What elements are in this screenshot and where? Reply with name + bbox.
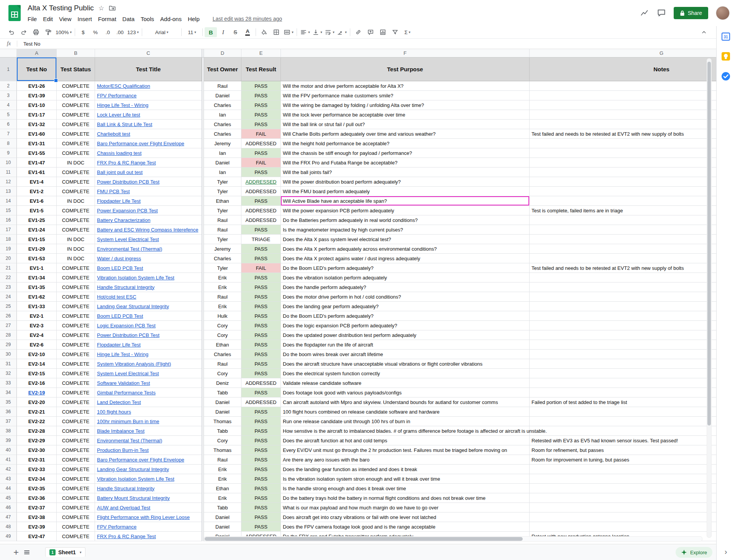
cell-test-status[interactable]: COMPLETE: [57, 292, 95, 302]
cell-test-status[interactable]: COMPLETE: [57, 206, 95, 215]
cell-test-purpose[interactable]: Will the motor and drive perform accepta…: [281, 81, 530, 91]
cell-test-result[interactable]: PASS: [241, 254, 281, 263]
star-icon[interactable]: ☆: [98, 4, 104, 12]
cell-test-title-link[interactable]: Power Expansion PCB Test: [95, 206, 202, 215]
cell-test-title-link[interactable]: Chassis loading test: [95, 148, 202, 158]
cell-test-no[interactable]: EV2-6: [17, 340, 57, 350]
cell-notes[interactable]: Test failed and needs to be retested at …: [530, 263, 716, 273]
cell-test-owner[interactable]: Tyler: [204, 187, 241, 196]
row-number[interactable]: 33: [0, 378, 17, 388]
cell-test-purpose[interactable]: Does the Alta X protect agains water / d…: [281, 254, 530, 263]
cell-test-title-link[interactable]: Hinge Life Test - Wiring: [95, 100, 202, 110]
row-number[interactable]: 40: [0, 445, 17, 455]
cell-test-result[interactable]: PASS: [241, 100, 281, 110]
header-test-purpose[interactable]: Test Purpose: [281, 57, 530, 81]
keep-icon[interactable]: [721, 51, 731, 61]
insert-comment-button[interactable]: [364, 27, 377, 37]
cell-test-result[interactable]: PASS: [241, 302, 281, 311]
cell-test-status[interactable]: IN DOC: [57, 158, 95, 168]
cell-test-status[interactable]: COMPLETE: [57, 465, 95, 474]
cell-test-result[interactable]: FAIL: [241, 129, 281, 139]
menu-file[interactable]: File: [25, 15, 40, 23]
cell-notes[interactable]: [530, 215, 716, 225]
cell-test-no[interactable]: EV1-17: [17, 110, 57, 120]
cell-test-title-link[interactable]: Hinge Life Test - Wiring: [95, 350, 202, 359]
cell-notes[interactable]: [530, 254, 716, 263]
cell-test-purpose[interactable]: Does the updated power distribution test…: [281, 330, 530, 340]
row-number[interactable]: 37: [0, 417, 17, 426]
all-sheets-button[interactable]: [21, 547, 32, 558]
cell-test-title-link[interactable]: Battery and ESC Wiring Compass Interefen…: [95, 225, 202, 235]
cell-test-no[interactable]: EV2-35: [17, 484, 57, 493]
cell-notes[interactable]: [530, 148, 716, 158]
row-number[interactable]: 13: [0, 187, 17, 196]
cell-test-title-link[interactable]: Motor/ESC Qualification: [95, 81, 202, 91]
sheet-tab-active[interactable]: 1 Sheet1 ▾: [45, 547, 85, 557]
row-number[interactable]: 39: [0, 436, 17, 445]
cell-test-status[interactable]: COMPLETE: [57, 282, 95, 292]
cell-test-result[interactable]: PASS: [241, 484, 281, 493]
cell-test-no[interactable]: EV2-30: [17, 445, 57, 455]
cell-test-no[interactable]: EV1-1: [17, 263, 57, 273]
filter-button[interactable]: [389, 27, 401, 37]
cell-test-title-link[interactable]: Landing Gear Structural Integrity: [95, 302, 202, 311]
cell-test-title-link[interactable]: FRX Pro & RC Range Test: [95, 158, 202, 168]
cell-test-no[interactable]: EV1-61: [17, 168, 57, 177]
horizontal-scrollbar-thumb[interactable]: [205, 537, 523, 541]
row-number[interactable]: 2: [0, 81, 17, 91]
cell-test-owner[interactable]: Jeremy: [204, 139, 241, 148]
row-number[interactable]: 7: [0, 129, 17, 139]
cell-a1-selected[interactable]: Test No: [17, 57, 57, 81]
cell-test-result[interactable]: PASS: [241, 359, 281, 369]
cell-test-owner[interactable]: Daniel: [204, 522, 241, 532]
cell-test-purpose[interactable]: 100 flight hours combined on release can…: [281, 407, 530, 417]
row-number[interactable]: 5: [0, 110, 17, 120]
cell-test-result[interactable]: PASS: [241, 350, 281, 359]
more-formats-button[interactable]: 123▾: [126, 27, 140, 37]
cell-test-title-link[interactable]: Landing Gear Structural Integrity: [95, 465, 202, 474]
cell-test-no[interactable]: EV1-26: [17, 81, 57, 91]
cell-test-owner[interactable]: Charles: [204, 350, 241, 359]
cell-test-result[interactable]: PASS: [241, 522, 281, 532]
strikethrough-button[interactable]: S: [229, 27, 241, 37]
column-header-d[interactable]: D: [204, 49, 241, 57]
cell-test-no[interactable]: EV1-53: [17, 254, 57, 263]
cell-test-status[interactable]: COMPLETE: [57, 417, 95, 426]
cell-test-result[interactable]: PASS: [241, 465, 281, 474]
menu-insert[interactable]: Insert: [74, 15, 95, 23]
cell-test-purpose[interactable]: Is the handle strong enough and does it …: [281, 484, 530, 493]
cell-test-purpose[interactable]: Does the Alta X perform adequately acros…: [281, 244, 530, 254]
cell-test-result[interactable]: PASS: [241, 512, 281, 522]
cell-test-result[interactable]: PASS: [241, 369, 281, 378]
borders-button[interactable]: [270, 27, 282, 37]
cell-test-owner[interactable]: Cory: [204, 321, 241, 330]
cell-test-status[interactable]: COMPLETE: [57, 474, 95, 484]
row-number[interactable]: 38: [0, 426, 17, 436]
cell-test-status[interactable]: COMPLETE: [57, 522, 95, 532]
cell-test-owner[interactable]: Daniel: [204, 407, 241, 417]
column-header-b[interactable]: B: [57, 49, 95, 57]
cell-test-title-link[interactable]: Environmental Test (Thermal): [95, 244, 202, 254]
row-number[interactable]: 20: [0, 254, 17, 263]
cell-test-owner[interactable]: Charles: [204, 100, 241, 110]
cell-test-no[interactable]: EV2-37: [17, 503, 57, 512]
header-test-owner[interactable]: Test Owner: [204, 57, 241, 81]
row-number[interactable]: 4: [0, 100, 17, 110]
add-sheet-button[interactable]: +: [11, 547, 21, 558]
cell-test-result[interactable]: PASS: [241, 311, 281, 321]
cell-test-no[interactable]: EV1-33: [17, 302, 57, 311]
cell-notes[interactable]: Test is complete, failed items are in tr…: [530, 206, 716, 215]
row-number[interactable]: 16: [0, 215, 17, 225]
cell-notes[interactable]: [530, 282, 716, 292]
cell-test-result[interactable]: PASS: [241, 474, 281, 484]
cell-test-no[interactable]: EV2-4: [17, 330, 57, 340]
row-number[interactable]: 42: [0, 465, 17, 474]
text-color-button[interactable]: A: [241, 27, 254, 37]
bold-button[interactable]: B: [205, 27, 217, 37]
cell-test-title-link[interactable]: Handle Structural Integrity: [95, 484, 202, 493]
cell-test-no[interactable]: EV2-47: [17, 532, 57, 541]
row-number[interactable]: 45: [0, 493, 17, 503]
cell-notes[interactable]: [530, 474, 716, 484]
cell-test-status[interactable]: COMPLETE: [57, 378, 95, 388]
cell-test-purpose[interactable]: Does the flopdapter run the life of airc…: [281, 340, 530, 350]
